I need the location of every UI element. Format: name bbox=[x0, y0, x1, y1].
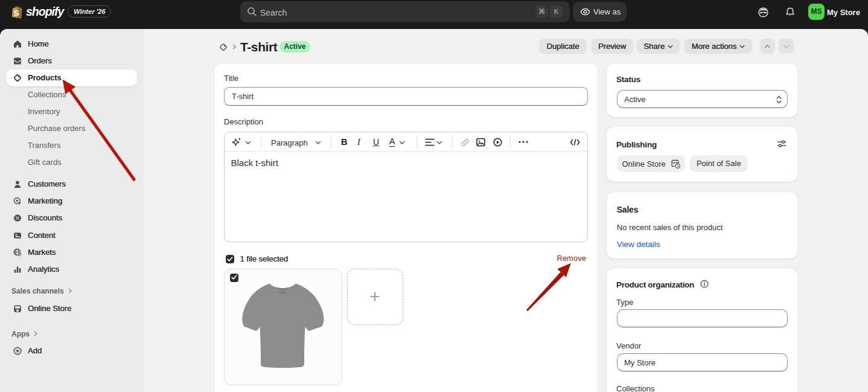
svg-text:S: S bbox=[14, 8, 19, 18]
